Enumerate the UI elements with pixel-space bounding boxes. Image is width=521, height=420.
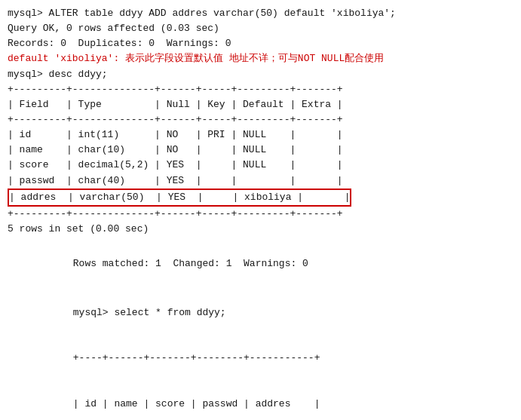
desc-command: mysql> desc ddyy; [8,67,513,82]
table-row-score: | score | decimal(5,2) | YES | | NULL | … [8,158,513,173]
table-row-passwd: | passwd | char(40) | YES | | | | [8,173,513,189]
lower-table-header: | id | name | score | passwd | addres | [8,381,513,420]
upper-section: mysql> ALTER table ddyy ADD addres varch… [8,6,513,237]
table-header: | Field | Type | Null | Key | Default | … [8,97,513,112]
select-command-text: mysql> select * from ddyy; [43,307,226,318]
annotation-line: default 'xiboliya': 表示此字段设置默认值 地址不详；可与NO… [8,51,513,66]
lower-header-text: | id | name | score | passwd | addres | [43,398,320,409]
table-row-addres-container: | addres | varchar(50) | YES | | xiboliy… [8,189,513,207]
table-row-name: | name | char(10) | NO | | NULL | | [8,143,513,158]
table-border-header: +---------+--------------+------+-----+-… [8,112,513,127]
rows-matched-text: Rows matched: 1 Changed: 1 Warnings: 0 [43,258,308,269]
query-ok-line: Query OK, 0 rows affected (0.03 sec) [8,21,513,36]
rows-matched: Rows matched: 1 Changed: 1 Warnings: 0 [8,241,513,287]
table-row-id: | id | int(11) | NO | PRI | NULL | | [8,127,513,143]
records-line: Records: 0 Duplicates: 0 Warnings: 0 [8,36,513,51]
terminal-window: mysql> ALTER table ddyy ADD addres varch… [0,0,521,420]
alter-command-line: mysql> ALTER table ddyy ADD addres varch… [8,6,513,21]
lower-table-border1: +----+------+-------+--------+----------… [8,336,513,381]
table-border-top: +---------+--------------+------+-----+-… [8,82,513,97]
lower-border1-text: +----+------+-------+--------+----------… [43,352,320,363]
lower-section: Rows matched: 1 Changed: 1 Warnings: 0 m… [8,241,513,420]
rows-in-set: 5 rows in set (0.00 sec) [8,222,513,237]
table-row-addres-highlighted: | addres | varchar(50) | YES | | xiboliy… [8,189,351,207]
table-border-bottom: +---------+--------------+------+-----+-… [8,207,513,222]
select-command: mysql> select * from ddyy; [8,290,513,336]
